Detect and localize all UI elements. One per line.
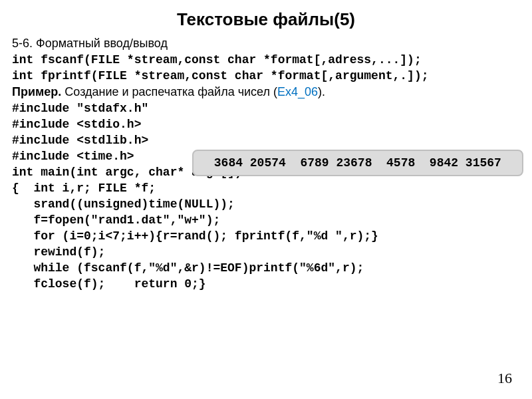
code-line-11: while (fscanf(f,"%d",&r)!=EOF)printf("%6…	[12, 261, 532, 275]
section-heading: 5-6. Форматный ввод/вывод	[12, 37, 532, 51]
example-label: Пример.	[12, 85, 61, 98]
program-output-box: 3684 20574 6789 23678 4578 9842 31567	[192, 150, 523, 176]
code-line-7: srand((unsigned)time(NULL));	[12, 198, 532, 211]
example-intro: Пример. Создание и распечатка файла чисе…	[12, 85, 532, 99]
code-line-2: #include <stdio.h>	[12, 118, 532, 131]
code-line-10: rewind(f);	[12, 245, 532, 259]
code-line-9: for (i=0;i<7;i++){r=rand(); fprintf(f,"%…	[12, 229, 532, 243]
code-line-12: fclose(f); return 0;}	[12, 277, 532, 291]
code-line-3: #include <stdlib.h>	[12, 134, 532, 147]
example-link: Ex4_06	[277, 85, 318, 98]
code-line-8: f=fopen("rand1.dat","w+");	[12, 213, 532, 227]
prototype-fscanf: int fscanf(FILE *stream,const char *form…	[12, 53, 532, 66]
slide-title: Текстовые файлы(5)	[0, 9, 532, 30]
page-number: 16	[497, 370, 512, 387]
prototype-fprintf: int fprintf(FILE *stream,const char *for…	[12, 69, 532, 82]
example-text: Создание и распечатка файла чисел (	[61, 85, 277, 98]
example-after: ).	[318, 85, 325, 98]
code-line-1: #include "stdafx.h"	[12, 102, 532, 115]
code-line-6: { int i,r; FILE *f;	[12, 182, 532, 195]
